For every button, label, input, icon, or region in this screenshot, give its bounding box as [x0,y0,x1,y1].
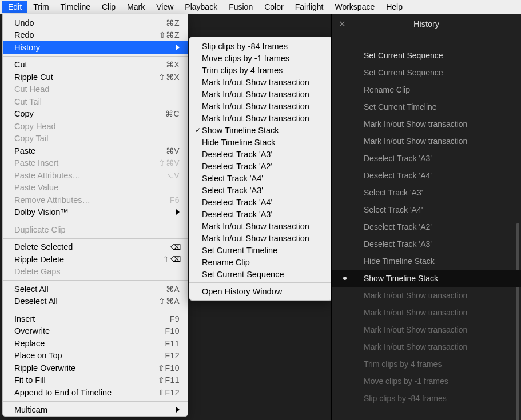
history-submenu-item[interactable]: Mark In/out Show transaction [189,100,332,112]
menu-item-label: Cut Tail [14,97,145,106]
history-entry[interactable]: Deselect Track 'A3' [332,235,521,253]
history-entry[interactable]: Deselect Track 'A4' [332,167,521,184]
menu-fairlight[interactable]: Fairlight [289,1,329,13]
menu-item-shortcut: F12 [145,351,180,360]
history-entry[interactable]: Mark In/out Show transaction [332,304,521,321]
history-entry[interactable]: Deselect Track 'A2' [332,218,521,235]
menu-item-copy-head: Copy Head [3,120,188,133]
history-submenu-label: Open History Window [202,287,282,296]
history-submenu-label: Slip clips by -84 frames [202,42,288,51]
menu-item-select-all[interactable]: Select All⌘A [3,283,188,295]
menu-item-insert[interactable]: InsertF9 [3,313,188,325]
history-entry[interactable]: Mark In/out Show transaction [332,115,521,133]
menu-clip[interactable]: Clip [96,1,121,13]
edit-menu-dropdown: Undo⌘ZRedo⇧⌘ZHistoryCut⌘XRipple Cut⇧⌘XCu… [2,14,188,417]
menu-view[interactable]: View [150,1,179,13]
history-entry-label: Deselect Track 'A3' [364,239,432,249]
history-entry[interactable]: Rename Clip [332,81,521,98]
history-entry[interactable]: Mark In/out Show transaction [332,133,521,150]
menu-mark[interactable]: Mark [121,1,150,13]
menu-item-append-to-end-of-timeline[interactable]: Append to End of Timeline⇧F12 [3,386,188,399]
menu-item-undo[interactable]: Undo⌘Z [3,17,188,29]
menu-help[interactable]: Help [380,1,408,13]
history-submenu-item[interactable]: Move clips by -1 frames [189,52,332,64]
history-submenu-item[interactable]: Slip clips by -84 frames [189,40,332,52]
history-submenu-item[interactable]: Deselect Track 'A3' [189,208,332,220]
menu-edit[interactable]: Edit [2,1,27,13]
history-entry[interactable]: Mark In/out Show transaction [332,287,521,304]
menu-item-shortcut: F10 [145,326,180,335]
history-submenu-item[interactable]: Hide Timeline Stack [189,136,332,148]
history-submenu-item[interactable]: Trim clips by 4 frames [189,64,332,76]
history-entry[interactable]: Set Current Sequence [332,47,521,64]
history-entry[interactable]: Trim clips by 4 frames [332,355,521,373]
history-submenu-item[interactable]: Mark In/out Show transaction [189,112,332,124]
history-submenu-label: Set Current Sequence [202,270,284,279]
history-entry[interactable]: Select Track 'A3' [332,184,521,201]
menu-trim[interactable]: Trim [27,1,54,13]
menu-item-paste[interactable]: Paste⌘V [3,145,188,157]
history-submenu-item[interactable]: Deselect Track 'A2' [189,160,332,172]
history-submenu-item[interactable]: Set Current Timeline [189,244,332,256]
menu-item-cut[interactable]: Cut⌘X [3,59,188,71]
menu-item-shortcut: ⌘X [145,60,180,69]
menu-item-label: Append to End of Timeline [14,388,145,397]
menu-item-replace[interactable]: ReplaceF11 [3,337,188,350]
history-entry[interactable]: Mark In/out Show transaction [332,338,521,355]
menubar: EditTrimTimelineClipMarkViewPlaybackFusi… [0,0,521,14]
menu-item-delete-selected[interactable]: Delete Selected⌫ [3,241,188,254]
menu-item-shortcut: ⌘Z [145,18,180,27]
menu-item-place-on-top[interactable]: Place on TopF12 [3,350,188,362]
history-submenu-item[interactable]: Set Current Sequence [189,268,332,280]
menu-item-ripple-overwrite[interactable]: Ripple Overwrite⇧F10 [3,362,188,374]
history-submenu-item[interactable]: Deselect Track 'A3' [189,148,332,160]
menu-item-label: Duplicate Clip [14,225,145,234]
history-entry[interactable]: Slip clips by -84 frames [332,390,521,407]
menu-timeline[interactable]: Timeline [55,1,96,13]
history-entry[interactable]: Set Current Timeline [332,98,521,115]
history-entry[interactable]: Show Timeline Stack [332,270,521,287]
menu-playback[interactable]: Playback [179,1,223,13]
history-entry-label: Select Track 'A3' [364,188,423,197]
menu-item-copy[interactable]: Copy⌘C [3,108,188,121]
menu-item-ripple-cut[interactable]: Ripple Cut⇧⌘X [3,71,188,83]
history-entry[interactable]: Mark In/out Show transaction [332,321,521,338]
history-entry[interactable]: Deselect Track 'A3' [332,150,521,167]
menu-item-label: Paste Value [14,183,145,192]
menu-item-label: Ripple Overwrite [14,363,145,373]
history-submenu-item[interactable]: Mark In/out Show transaction [189,76,332,88]
history-entry-label: Mark In/out Show transaction [364,291,467,300]
menu-item-fit-to-fill[interactable]: Fit to Fill⇧F11 [3,374,188,387]
menu-fusion[interactable]: Fusion [223,1,258,13]
history-submenu-item[interactable]: Mark In/out Show transaction [189,232,332,244]
menu-separator [3,221,188,221]
open-history-window[interactable]: Open History Window [189,285,332,297]
menu-item-redo[interactable]: Redo⇧⌘Z [3,29,188,42]
history-submenu-item[interactable]: ✓Show Timeline Stack [189,124,332,136]
history-entry[interactable]: Set Current Sequence [332,64,521,81]
history-entry[interactable]: Move clips by -1 frames [332,373,521,390]
history-entry[interactable]: Hide Timeline Stack [332,253,521,270]
history-submenu-item[interactable]: Deselect Track 'A4' [189,196,332,208]
menu-item-history[interactable]: History [3,41,188,54]
menu-item-label: Deselect All [14,297,145,306]
menu-item-dolby-vision[interactable]: Dolby Vision™ [3,206,188,219]
menu-item-deselect-all[interactable]: Deselect All⇧⌘A [3,295,188,308]
menu-item-overwrite[interactable]: OverwriteF10 [3,325,188,338]
menu-workspace[interactable]: Workspace [329,1,380,13]
menu-item-label: Select All [14,285,145,294]
menu-item-ripple-delete[interactable]: Ripple Delete⇧⌫ [3,253,188,266]
history-submenu-item[interactable]: Select Track 'A4' [189,172,332,184]
menu-item-multicam[interactable]: Multicam [3,404,188,417]
history-entry-label: Mark In/out Show transaction [364,308,467,317]
history-submenu-item[interactable]: Rename Clip [189,256,332,268]
history-submenu-item[interactable]: Mark In/out Show transaction [189,220,332,232]
history-submenu-item[interactable]: Mark In/out Show transaction [189,88,332,100]
close-icon[interactable]: ✕ [339,19,346,29]
menu-color[interactable]: Color [258,1,289,13]
history-panel-title: History [413,19,439,29]
menu-item-label: Multicam [14,405,176,414]
menu-item-label: History [14,43,176,52]
history-submenu-item[interactable]: Select Track 'A3' [189,184,332,196]
history-entry[interactable]: Select Track 'A4' [332,201,521,218]
